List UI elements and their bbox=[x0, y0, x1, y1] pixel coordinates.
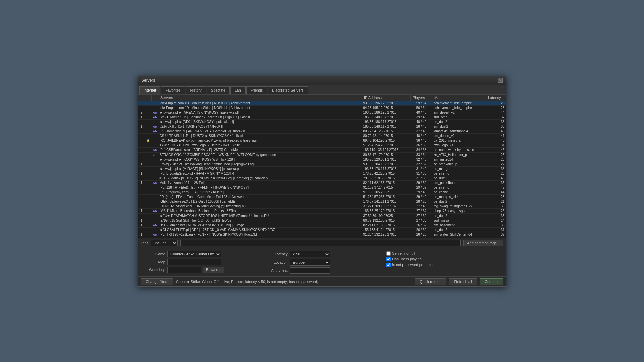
row-num: 1 bbox=[138, 124, 145, 129]
anticheat-input[interactable] bbox=[290, 267, 330, 274]
table-row[interactable]: [GER] Ballervese.XL | D2-Only | 16000§ |… bbox=[138, 199, 506, 204]
table-row[interactable]: [HUN] HvFlyBoys>br> FUN MultiGaming @Lux… bbox=[138, 204, 506, 208]
row-num bbox=[138, 166, 145, 171]
row-players: 39 / 40 bbox=[411, 115, 432, 119]
row-server-name: ★ uwwjka.pl ★ [ARENA] [SKINY/KOSY] |puka… bbox=[158, 110, 362, 115]
table-row[interactable]: 1 AM [MS-1] Mistro Surf | Beginner - Lea… bbox=[138, 115, 506, 119]
table-row[interactable]: CS-ULTRASKILL.PL | DUST2 ★ SKINY/KOSY • … bbox=[138, 133, 506, 138]
row-num: 1 bbox=[138, 115, 145, 119]
table-row[interactable]: ★ uwwjka.pl ★ [DD2] [SKINY/KOSY] |pukawk… bbox=[138, 119, 506, 124]
row-num bbox=[138, 147, 145, 152]
close-button[interactable]: ✕ bbox=[498, 78, 503, 83]
add-common-tags-button[interactable]: Add common tags... bbox=[463, 240, 503, 246]
row-server-name: Multi-1v1 Arena #01 | 128 Tick] bbox=[158, 180, 362, 185]
browse-button[interactable]: Browse... bbox=[203, 267, 224, 273]
table-row[interactable]: #2 CSGdansk.pl [DUST2] [NOWE SKINY/KOSY]… bbox=[138, 176, 506, 180]
window-title: Servers bbox=[141, 78, 155, 83]
row-map: ze_ATIX_Helicopter_p bbox=[432, 152, 486, 157]
row-lock bbox=[145, 124, 152, 129]
row-boost bbox=[152, 185, 158, 190]
col-header-icon2[interactable] bbox=[145, 94, 152, 101]
row-num bbox=[138, 133, 145, 138]
tab-lan[interactable]: Lan bbox=[230, 86, 245, 94]
row-boost bbox=[152, 213, 158, 218]
server-list-container[interactable]: Servers IP Address Players Map Latency I… bbox=[138, 94, 506, 238]
table-row[interactable]: Z SFRAGS.ORG #2 ZOMBIE ESCAPE | IWS KNIF… bbox=[138, 152, 506, 157]
col-header-servers[interactable]: Servers bbox=[158, 94, 362, 101]
row-ip: 91.185.105.20:27111 bbox=[362, 190, 411, 194]
col-header-latency[interactable]: Latency bbox=[486, 94, 506, 101]
table-row[interactable]: 1 AM USC-Gaming.net | Multi-1v1 Arena #2… bbox=[138, 223, 506, 227]
table-row[interactable]: 🔒 [RO] JAILBREAK @ bb.manvid.ro # www.ja… bbox=[138, 138, 506, 143]
table-row[interactable]: ★ uwwjka.pl ★ [MIRAGE] [SKINY/KOSY] |puk… bbox=[138, 166, 506, 171]
table-row[interactable]: Idle-Empire.com #0 | MinutesSkins | NOSK… bbox=[138, 101, 506, 105]
row-server-name: [PL][TR][128]v1s1k.eu • «FLN» • | [NOWE … bbox=[158, 232, 362, 237]
table-row[interactable]: Idle-Empire.com #0 | MinutesSkins | NOSK… bbox=[138, 105, 506, 110]
row-players: 32 / 32 bbox=[411, 162, 432, 166]
row-server-name: [HUN] HvFlyBoys>br> FUN MultiGaming @Lux… bbox=[158, 204, 362, 208]
col-header-icon3[interactable] bbox=[152, 94, 158, 101]
row-boost bbox=[152, 190, 158, 194]
row-boost bbox=[152, 162, 158, 166]
row-players: 40 / 40 bbox=[411, 110, 432, 115]
row-players: 29 / 32 bbox=[411, 180, 432, 185]
quick-refresh-button[interactable]: Quick refresh bbox=[415, 278, 446, 285]
row-map: achievement_idle_empire bbox=[432, 105, 486, 110]
row-ip: 93.188.204.102:27015 bbox=[362, 162, 411, 166]
game-select[interactable]: Counter-Strike: Global Offensive bbox=[167, 251, 221, 257]
table-row[interactable]: 1 AM [MS-1] Mistro Bunnyhop | Beginner |… bbox=[138, 208, 506, 213]
table-row[interactable]: =AWP ONLY= | DM | awp_lego_2 | lstore - … bbox=[138, 143, 506, 147]
tab-internet[interactable]: Internet bbox=[139, 86, 160, 94]
has-users-row: Has users playing bbox=[386, 257, 502, 261]
tags-field[interactable] bbox=[180, 240, 461, 246]
latency-select[interactable]: < 50 bbox=[290, 251, 330, 257]
col-header-icon1[interactable] bbox=[138, 94, 145, 101]
tab-favorites[interactable]: Favorites bbox=[161, 86, 185, 94]
row-num bbox=[138, 190, 145, 194]
row-lock bbox=[145, 119, 152, 124]
col-header-players[interactable]: Players bbox=[411, 94, 432, 101]
row-boost bbox=[152, 138, 158, 143]
location-select[interactable]: Europe bbox=[290, 259, 330, 266]
table-row[interactable]: 2 AM ★ uwwjka.pl ★ [ARENA] [SKINY/KOSY] … bbox=[138, 110, 506, 115]
table-row[interactable]: 1 AM [PL][TR][128]v1s1k.eu • «FLN» • | [… bbox=[138, 232, 506, 237]
table-row[interactable]: AM [PL] Jamarskie.pl | ARENA > 1v1 ★ Gam… bbox=[138, 129, 506, 133]
table-row[interactable]: 1 [PL] BrygadaGraczy.pl • [FFA] • V SKIN… bbox=[138, 171, 506, 176]
table-row[interactable]: 1 AM Multi-1v1 Arena #01 | 128 Tick] 82.… bbox=[138, 180, 506, 185]
table-row[interactable]: 1 [ENG] #15 Surf Skill [Tier 1-2] [00 Ti… bbox=[138, 218, 506, 223]
table-row[interactable]: FR :[4od]= FFA .:: Fun .:: GameMe .:: Ti… bbox=[138, 194, 506, 199]
tab-history[interactable]: History bbox=[186, 86, 206, 94]
table-row[interactable]: 1 [RoW] - Rise of The Walking Dead|Zombi… bbox=[138, 162, 506, 166]
table-row[interactable]: [PL][128 TR] «Ete&...Eu» • «FLN» • | [NO… bbox=[138, 185, 506, 190]
row-boost bbox=[152, 105, 158, 110]
table-row[interactable]: ★GLOBALELITE.pl | DD2 | 128TICK _0 VAR| … bbox=[138, 227, 506, 232]
row-ip: 176.57.141.211:27015 bbox=[362, 199, 411, 204]
connect-button[interactable]: Connect bbox=[480, 278, 503, 285]
tags-include-select[interactable]: Include bbox=[151, 240, 178, 246]
row-map: am_dust2 bbox=[432, 124, 486, 129]
row-lock bbox=[145, 213, 152, 218]
map-input[interactable] bbox=[167, 259, 221, 265]
row-boost bbox=[152, 166, 158, 171]
tab-spectate[interactable]: Spectate bbox=[207, 86, 230, 94]
table-row[interactable]: ★EU★ DEATHMATCH # ISTORE IWS KNIFE iVIP … bbox=[138, 213, 506, 218]
row-ip: 80.77.192.180:27015 bbox=[362, 218, 411, 223]
row-map: ze_breakable_p3 bbox=[432, 162, 486, 166]
workshop-input[interactable] bbox=[167, 267, 201, 273]
table-row[interactable]: ★ uwwjka.pl ★ [KOSY WS | KOSY WS | Tick … bbox=[138, 157, 506, 162]
table-row[interactable]: 1 AM #2.ProKill.pl [1v1] [SKINY/KOSY] @P… bbox=[138, 124, 506, 129]
tab-friends[interactable]: Friends bbox=[246, 86, 267, 94]
table-row[interactable]: [PL] Fraguemy.com [FFA] [ SKINY / KOSY ]… bbox=[138, 190, 506, 194]
refresh-all-button[interactable]: Refresh all bbox=[449, 278, 477, 285]
col-header-ip[interactable]: IP Address bbox=[362, 94, 411, 101]
not-password-checkbox[interactable] bbox=[386, 263, 391, 267]
server-not-full-checkbox[interactable] bbox=[386, 251, 391, 256]
has-users-checkbox[interactable] bbox=[386, 257, 391, 261]
row-boost: AM bbox=[152, 129, 158, 133]
row-latency: 35 bbox=[486, 180, 506, 185]
change-filters-button[interactable]: Change filters bbox=[141, 278, 173, 285]
col-header-map[interactable]: Map bbox=[432, 94, 486, 101]
table-row[interactable]: AM [PL] CSBFanaticseu | [ARENA1v1][128TR… bbox=[138, 147, 506, 152]
tab-blacklisted[interactable]: Blacklisted Servers bbox=[268, 86, 308, 94]
row-num bbox=[138, 204, 145, 208]
